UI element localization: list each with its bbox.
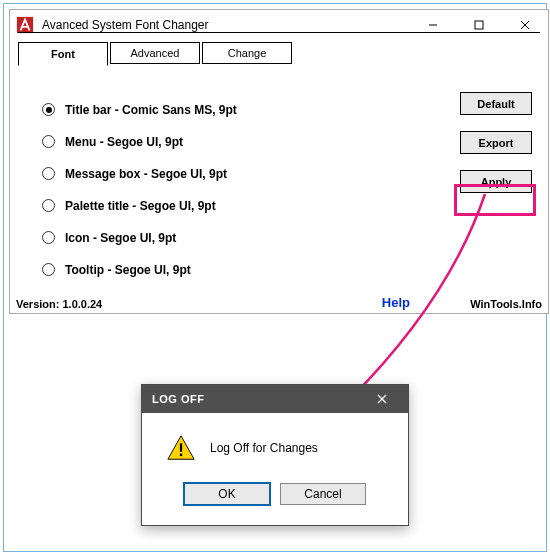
ok-button[interactable]: OK [184,483,270,505]
dialog-close-button[interactable] [362,385,402,413]
radio-label: Palette title - Segoe UI, 9pt [65,199,216,213]
main-window: Avanced System Font Changer FontAdvanced… [9,9,549,314]
font-option-0[interactable]: Title bar - Comic Sans MS, 9pt [42,100,237,119]
highlight-box [454,184,536,216]
brand-link[interactable]: WinTools.Info [470,298,542,310]
radio-icon [42,199,55,212]
radio-label: Title bar - Comic Sans MS, 9pt [65,103,237,117]
radio-icon [42,167,55,180]
warning-icon [166,433,196,463]
radio-icon [42,263,55,276]
font-option-4[interactable]: Icon - Segoe UI, 9pt [42,228,237,247]
radio-label: Message box - Segoe UI, 9pt [65,167,227,181]
export-button[interactable]: Export [460,131,532,154]
dialog-title-bar: LOG OFF [142,385,408,413]
close-button[interactable] [502,10,548,40]
side-buttons: Default Export Apply [460,92,532,193]
dialog-title: LOG OFF [152,393,204,405]
window-title: Avanced System Font Changer [40,18,410,32]
title-bar: Avanced System Font Changer [10,10,548,40]
font-option-2[interactable]: Message box - Segoe UI, 9pt [42,164,237,183]
radio-label: Tooltip - Segoe UI, 9pt [65,263,191,277]
svg-rect-2 [475,21,483,29]
font-radio-group: Title bar - Comic Sans MS, 9ptMenu - Seg… [42,100,237,292]
app-icon [10,10,40,40]
svg-rect-7 [180,443,182,451]
footer: Version: 1.0.0.24 WinTools.Info [16,298,542,310]
radio-icon [42,135,55,148]
radio-icon [42,231,55,244]
version-label: Version: 1.0.0.24 [16,298,102,310]
dialog-buttons: OK Cancel [142,477,408,517]
dialog-body: Log Off for Changes [142,413,408,477]
tab-font[interactable]: Font [18,42,108,66]
default-button[interactable]: Default [460,92,532,115]
font-option-5[interactable]: Tooltip - Segoe UI, 9pt [42,260,237,279]
tab-change[interactable]: Change [202,42,292,64]
radio-label: Menu - Segoe UI, 9pt [65,135,183,149]
font-option-1[interactable]: Menu - Segoe UI, 9pt [42,132,237,151]
dialog-message: Log Off for Changes [210,441,318,455]
logoff-dialog: LOG OFF Log Off for Changes OK Cancel [141,384,409,526]
outer-frame: Avanced System Font Changer FontAdvanced… [3,3,547,552]
svg-rect-8 [180,454,182,456]
radio-icon [42,103,55,116]
tab-advanced[interactable]: Advanced [110,42,200,64]
font-option-3[interactable]: Palette title - Segoe UI, 9pt [42,196,237,215]
tab-bar: FontAdvancedChange [18,42,540,66]
cancel-button[interactable]: Cancel [280,483,366,505]
minimize-button[interactable] [410,10,456,40]
radio-label: Icon - Segoe UI, 9pt [65,231,176,245]
window-controls [410,10,548,40]
maximize-button[interactable] [456,10,502,40]
tab-underline [18,32,540,33]
